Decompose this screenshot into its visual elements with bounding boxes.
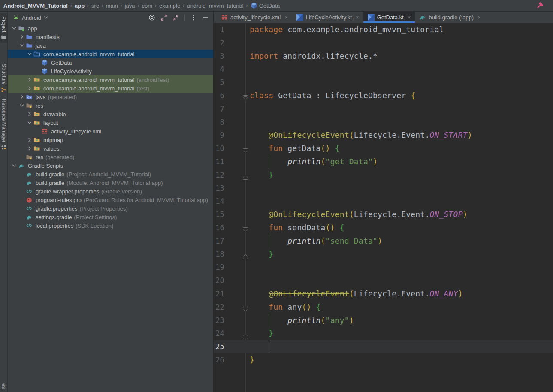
close-icon[interactable]: × [477,14,481,21]
line-number[interactable]: 21 [214,287,245,301]
fold-marker-icon[interactable] [242,92,249,99]
code-line[interactable]: 11 println("get Data") [214,155,553,169]
tree-item[interactable]: LifeCycleActivity [8,67,213,75]
chevron-down-icon[interactable] [26,120,33,126]
code-line[interactable]: 8 [214,116,553,129]
fold-marker-icon[interactable] [242,224,249,231]
line-number[interactable]: 17 [214,235,245,248]
line-number[interactable]: 1 [214,23,245,36]
code-line[interactable]: 9 @OnLifecycleEvent(Lifecycle.Event.ON_S… [214,129,553,142]
tree-item[interactable]: activity_lifecycle.xml [8,127,213,136]
fold-marker-icon[interactable] [242,172,249,178]
code-line[interactable]: 1package com.example.android_mvvm_tutori… [214,23,553,36]
tree-item[interactable]: GetData [8,58,213,67]
chevron-right-icon[interactable] [26,77,33,83]
fold-marker-icon[interactable] [242,304,249,311]
stripe-item-resource-manager[interactable]: Resource Manager [0,96,7,153]
line-number[interactable]: 22 [214,301,245,314]
tree-item[interactable]: proguard-rules.pro(ProGuard Rules for An… [8,196,213,204]
tree-item[interactable]: com.example.android_mvvm_tutorial(androi… [8,75,213,84]
chevron-down-icon[interactable] [18,103,25,109]
line-number[interactable]: 9 [214,129,245,142]
code-line[interactable]: 18 } [214,248,553,261]
breadcrumb-item[interactable]: GetData [251,2,280,9]
code-line[interactable]: 26} [214,353,553,367]
target-icon[interactable] [148,14,155,21]
tab-lifecycleactivity-kt[interactable]: LifeCycleActivity.kt× [292,12,363,23]
breadcrumb-item[interactable]: java [125,3,135,9]
code-editor[interactable]: 1package com.example.android_mvvm_tutori… [214,23,553,392]
code-line[interactable]: 24 } [214,327,553,340]
code-line[interactable]: 23 println("any") [214,314,553,327]
code-line[interactable]: 25 [214,340,553,353]
code-line[interactable]: 15 @OnLifecycleEvent(Lifecycle.Event.ON_… [214,208,553,221]
chevron-down-icon[interactable] [18,42,25,48]
tree-item[interactable]: res(generated) [8,153,213,161]
tree-item[interactable]: mipmap [8,136,213,144]
chevron-right-icon[interactable] [26,145,33,151]
line-number[interactable]: 18 [214,248,245,261]
tree-item[interactable]: gradle-wrapper.properties(Gradle Version… [8,187,213,196]
tree-item[interactable]: com.example.android_mvvm_tutorial(test) [8,84,213,93]
close-icon[interactable]: × [356,14,359,21]
line-number[interactable]: 12 [214,169,245,182]
code-line[interactable]: 2 [214,36,553,50]
code-line[interactable]: 12 } [214,169,553,182]
breadcrumb-item[interactable]: src [91,3,99,9]
chevron-right-icon[interactable] [26,111,33,117]
breadcrumb-item[interactable]: example [159,3,180,9]
chevron-down-icon[interactable] [26,51,33,57]
line-number[interactable]: 15 [214,208,245,221]
tree-item[interactable]: manifests [8,33,213,41]
line-number[interactable]: 26 [214,353,245,367]
tree-item[interactable]: Gradle Scripts [8,161,213,170]
stripe-item-project[interactable]: Project [0,13,7,43]
chevron-right-icon[interactable] [26,85,33,91]
code-line[interactable]: 20 [214,274,553,287]
code-line[interactable]: 3import androidx.lifecycle.* [214,50,553,63]
tree-item[interactable]: gradle.properties(Project Properties) [8,204,213,213]
line-number[interactable]: 3 [214,50,245,63]
line-number[interactable]: 4 [214,63,245,76]
line-number[interactable]: 11 [214,155,245,169]
code-line[interactable]: 22 fun any() { [214,301,553,314]
chevron-down-icon[interactable] [10,163,18,169]
line-number[interactable]: 13 [214,182,245,195]
line-number[interactable]: 2 [214,36,245,50]
tree-item[interactable]: drawable [8,110,213,118]
breadcrumb-item[interactable]: app [75,3,85,9]
tab-activity-lifecycle-xml[interactable]: activity_lifecycle.xml× [217,12,292,23]
line-number[interactable]: 20 [214,274,245,287]
chevron-right-icon[interactable] [26,137,33,143]
line-number[interactable]: 23 [214,314,245,327]
chevron-down-icon[interactable] [43,15,49,21]
line-number[interactable]: 14 [214,195,245,208]
tab-build-gradle-app-[interactable]: build.gradle (:app)× [415,12,485,23]
line-number[interactable]: 5 [214,76,245,89]
line-number[interactable]: 19 [214,261,245,274]
code-line[interactable]: 17 println("send Data") [214,235,553,248]
stripe-item-structure[interactable]: Structure [0,61,7,96]
tree-item[interactable]: local.properties(SDK Location) [8,221,213,230]
breadcrumb-item[interactable]: Android_MVVM_Tutorial [3,3,68,9]
code-line[interactable]: 21 @OnLifecycleEvent(Lifecycle.Event.ON_… [214,287,553,301]
collapse-icon[interactable] [172,14,179,21]
breadcrumb-item[interactable]: android_mvvm_tutorial [187,3,244,9]
breadcrumb-item[interactable]: main [106,3,118,9]
line-number[interactable]: 24 [214,327,245,340]
tree-item[interactable]: app [8,24,213,33]
code-line[interactable]: 10 fun getData() { [214,142,553,155]
code-line[interactable]: 16 fun sendData() { [214,221,553,235]
code-line[interactable]: 14 [214,195,553,208]
tree-item[interactable]: settings.gradle(Project Settings) [8,213,213,221]
close-icon[interactable]: × [408,14,411,21]
fold-marker-icon[interactable] [242,251,249,258]
code-line[interactable]: 7 [214,103,553,116]
code-line[interactable]: 19 [214,261,553,274]
tree-item[interactable]: com.example.android_mvvm_tutorial [8,50,213,58]
close-icon[interactable]: × [284,14,288,21]
tree-item[interactable]: java(generated) [8,93,213,101]
code-line[interactable]: 13 [214,182,553,195]
line-number[interactable]: 10 [214,142,245,155]
tree-item[interactable]: build.gradle(Module: Android_MVVM_Tutori… [8,178,213,187]
